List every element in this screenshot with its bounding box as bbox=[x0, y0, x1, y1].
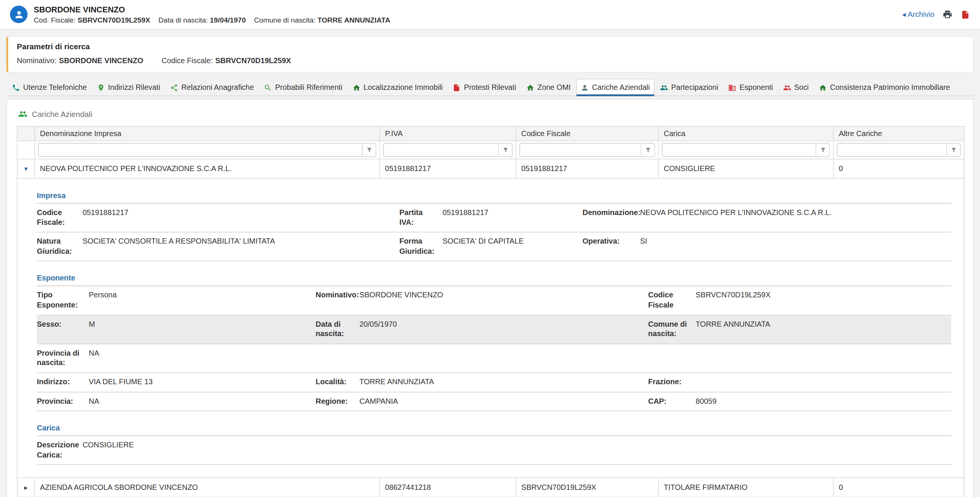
header-actions: ◂ Archivio bbox=[902, 10, 970, 19]
field-label: Operativa: bbox=[582, 233, 640, 261]
expand-row-button[interactable]: ▸ bbox=[24, 484, 27, 491]
tab-label: Utenze Telefoniche bbox=[23, 83, 86, 92]
field-label: CAP: bbox=[648, 392, 695, 411]
field-value: CONSIGLIERE bbox=[82, 436, 951, 464]
field-value: M bbox=[89, 315, 315, 344]
detail-row: Natura Giuridica: SOCIETA' CONSORTILE A … bbox=[37, 233, 951, 262]
info-label-comune-nascita: Comune di nascita: bbox=[254, 16, 316, 24]
filter-cell-empty bbox=[18, 141, 35, 159]
tab-label: Protesti Rilevati bbox=[464, 83, 516, 92]
detail-section-title-carica: Carica bbox=[37, 420, 951, 436]
tab-protesti-rilevati[interactable]: Protesti Rilevati bbox=[448, 79, 520, 95]
column-header-denominazione: Denominazione Impresa bbox=[35, 127, 380, 141]
expander-column-header bbox=[18, 127, 35, 141]
cell-carica: CONSIGLIERE bbox=[659, 159, 834, 179]
field-value: NA bbox=[89, 344, 315, 372]
tab-label: Esponenti bbox=[740, 83, 773, 92]
tab-esponenti[interactable]: Esponenti bbox=[724, 79, 777, 95]
cariche-aziendali-panel: Cariche Aziendali Denominazione Impresa … bbox=[6, 99, 974, 497]
share-network-icon bbox=[170, 83, 178, 92]
building-icon bbox=[729, 83, 737, 92]
filter-input-altre-cariche[interactable] bbox=[837, 144, 946, 156]
person-name-title: SBORDONE VINCENZO bbox=[34, 5, 397, 14]
filter-input-denominazione[interactable] bbox=[39, 144, 362, 156]
tab-label: Indirizzi Rilevati bbox=[108, 83, 160, 92]
cell-codice-fiscale: SBRVCN70D19L259X bbox=[516, 478, 659, 497]
cell-codice-fiscale: 05191881217 bbox=[516, 159, 659, 179]
tab-label: Relazioni Anagrafiche bbox=[181, 83, 254, 92]
section-title: Cariche Aziendali bbox=[32, 110, 92, 118]
field-value: Persona bbox=[89, 286, 315, 315]
phone-icon bbox=[12, 83, 20, 92]
people-icon bbox=[660, 83, 668, 92]
detail-section-title-esponente: Esponente bbox=[37, 270, 951, 286]
field-label: Località: bbox=[315, 373, 359, 391]
field-value: 05191881217 bbox=[442, 204, 582, 232]
field-value: 05191881217 bbox=[82, 204, 399, 232]
filter-funnel-button[interactable] bbox=[946, 144, 960, 156]
filter-cell-denominazione bbox=[35, 141, 380, 159]
filter-input-piva[interactable] bbox=[383, 144, 498, 156]
field-label: Regione: bbox=[315, 392, 359, 411]
info-label-data-nascita: Data di nascita: bbox=[158, 16, 208, 24]
tab-probabili-riferimenti[interactable]: Probabili Riferimenti bbox=[259, 79, 347, 95]
table-filter-row bbox=[18, 141, 964, 159]
param-label-nominativo: Nominativo: bbox=[17, 56, 56, 65]
field-label: Partita IVA: bbox=[399, 204, 442, 232]
filter-input-codice-fiscale[interactable] bbox=[520, 144, 641, 156]
tab-label: Partecipazioni bbox=[671, 83, 718, 92]
filter-input-carica[interactable] bbox=[663, 144, 816, 156]
filter-funnel-button[interactable] bbox=[816, 144, 830, 156]
table-header-row: Denominazione Impresa P.IVA Codice Fisca… bbox=[18, 127, 964, 141]
pdf-export-icon[interactable] bbox=[961, 10, 970, 19]
tab-label: Consistenza Patrimonio Immobiliare bbox=[830, 83, 950, 92]
field-value: SOCIETA' CONSORTILE A RESPONSABILITA' LI… bbox=[82, 233, 399, 261]
filter-funnel-button[interactable] bbox=[362, 144, 375, 156]
field-label: Nominativo: bbox=[315, 286, 359, 315]
table-row[interactable]: ▾ NEOVA POLITECNICO PER L'INNOVAZIONE S.… bbox=[18, 159, 964, 179]
field-value: SBORDONE VINCENZO bbox=[360, 286, 648, 315]
cell-carica: TITOLARE FIRMATARIO bbox=[659, 478, 834, 497]
info-value-data-nascita: 19/04/1970 bbox=[210, 16, 246, 24]
tab-indirizzi-rilevati[interactable]: Indirizzi Rilevati bbox=[92, 79, 165, 95]
house-icon bbox=[526, 83, 535, 92]
param-label-codice-fiscale: Codice Fiscale: bbox=[161, 56, 212, 65]
field-label: Denominazione: bbox=[582, 204, 640, 232]
column-header-altre-cariche: Altre Cariche bbox=[834, 127, 964, 141]
tab-zone-omi[interactable]: Zone OMI bbox=[522, 79, 575, 95]
printer-icon[interactable] bbox=[942, 10, 953, 19]
detail-row: Indirizzo: VIA DEL FIUME 13 Località: TO… bbox=[37, 373, 951, 392]
collapse-row-button[interactable]: ▾ bbox=[24, 165, 27, 172]
filter-box bbox=[38, 143, 376, 157]
detail-section-title-impresa: Impresa bbox=[37, 187, 951, 204]
people-icon bbox=[18, 110, 27, 119]
filter-box bbox=[383, 143, 512, 157]
field-label: Sesso: bbox=[37, 315, 89, 344]
filter-box bbox=[519, 143, 655, 157]
tab-partecipazioni[interactable]: Partecipazioni bbox=[655, 79, 722, 95]
search-params-panel: Parametri di ricerca Nominativo:SBORDONE… bbox=[6, 36, 974, 72]
detail-row: Sesso: M Data di nascita: 20/05/1970 Com… bbox=[37, 315, 951, 345]
field-value: SOCIETA' DI CAPITALE bbox=[442, 233, 582, 261]
tab-localizzazione-immobili[interactable]: Localizzazione Immobili bbox=[348, 79, 447, 95]
tab-label: Zone OMI bbox=[538, 83, 571, 92]
filter-cell-carica bbox=[659, 141, 834, 159]
filter-funnel-button[interactable] bbox=[498, 144, 512, 156]
filter-funnel-button[interactable] bbox=[641, 144, 655, 156]
field-label: Comune di nascita: bbox=[648, 315, 695, 344]
tab-utenze-telefoniche[interactable]: Utenze Telefoniche bbox=[8, 79, 91, 95]
tab-consistenza-patrimonio-immobiliare[interactable]: Consistenza Patrimonio Immobiliare bbox=[814, 79, 954, 95]
field-value: SBRVCN70D19L259X bbox=[696, 286, 951, 315]
people-icon bbox=[783, 83, 791, 92]
person-icon bbox=[581, 83, 589, 92]
tab-relazioni-anagrafiche[interactable]: Relazioni Anagrafiche bbox=[166, 79, 258, 95]
table-row[interactable]: ▸ AZIENDA AGRICOLA SBORDONE VINCENZO 086… bbox=[18, 478, 964, 497]
cell-denominazione: AZIENDA AGRICOLA SBORDONE VINCENZO bbox=[35, 478, 380, 497]
field-value: 80059 bbox=[696, 392, 951, 411]
cell-altre-cariche: 0 bbox=[834, 478, 964, 497]
tab-soci[interactable]: Soci bbox=[778, 79, 813, 95]
archivio-link[interactable]: ◂ Archivio bbox=[902, 10, 934, 19]
field-label: Codice Fiscale: bbox=[37, 204, 82, 232]
section-header: Cariche Aziendali bbox=[18, 110, 964, 119]
tab-cariche-aziendali[interactable]: Cariche Aziendali bbox=[576, 79, 654, 96]
